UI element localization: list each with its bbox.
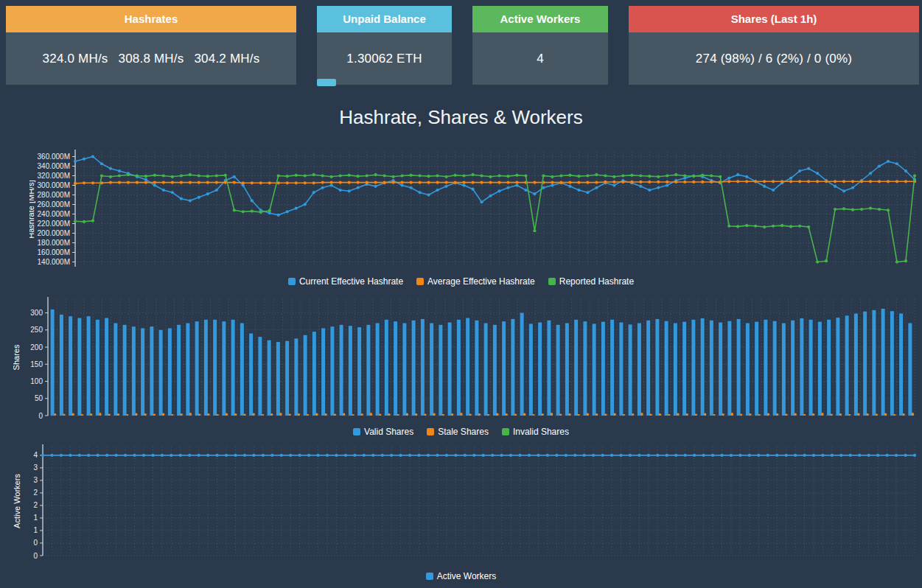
legend-label: Stale Shares <box>438 427 489 437</box>
legend-label: Current Effective Hashrate <box>299 276 403 287</box>
legend-item-stale-shares[interactable]: Stale Shares <box>427 427 489 437</box>
shares-value: 274 (98%) / 6 (2%) / 0 (0%) <box>696 52 852 66</box>
svg-text:0: 0 <box>33 552 38 560</box>
svg-text:Hashrate [MH/s]: Hashrate [MH/s] <box>29 180 35 238</box>
legend-swatch-icon <box>288 278 296 285</box>
workers-chart-legend: Active Workers <box>0 570 922 583</box>
svg-text:0: 0 <box>33 539 38 547</box>
unpaid-balance-card-body: 1.30062 ETH <box>317 32 452 85</box>
legend-label: Valid Shares <box>364 427 413 437</box>
svg-text:160.000M: 160.000M <box>38 248 70 256</box>
svg-text:240.000M: 240.000M <box>38 210 70 218</box>
svg-text:300: 300 <box>30 309 43 317</box>
svg-text:2: 2 <box>33 501 38 509</box>
legend-swatch-icon <box>353 428 360 435</box>
unpaid-balance-card-header: Unpaid Balance <box>317 6 452 32</box>
active-workers-card-header: Active Workers <box>472 6 608 32</box>
legend-item-average-effective-hashrate[interactable]: Average Effective Hashrate <box>416 276 535 287</box>
legend-label: Average Effective Hashrate <box>427 276 535 287</box>
active-workers-card-body: 4 <box>472 32 608 85</box>
hashrates-card-header: Hashrates <box>6 6 296 32</box>
svg-text:1: 1 <box>33 514 38 522</box>
hashrate-chart: 360.000M340.000M320.000M300.000M280.000M… <box>29 147 918 274</box>
legend-swatch-icon <box>502 428 509 435</box>
unpaid-balance-value: 1.30062 ETH <box>346 52 422 66</box>
svg-text:100: 100 <box>30 377 43 385</box>
shares-card-body: 274 (98%) / 6 (2%) / 0 (0%) <box>629 32 919 85</box>
mining-dashboard: Hashrates 324.0 MH/s 308.8 MH/s 304.2 MH… <box>0 0 922 588</box>
svg-text:140.000M: 140.000M <box>38 258 70 266</box>
svg-text:150: 150 <box>30 360 43 368</box>
active-workers-value: 4 <box>537 52 544 66</box>
hashrates-card: Hashrates 324.0 MH/s 308.8 MH/s 304.2 MH… <box>6 6 296 85</box>
svg-text:4: 4 <box>33 451 38 459</box>
payout-progress-fill <box>317 79 336 86</box>
workers-chart: 433221100Active Workers <box>13 441 918 566</box>
shares-chart: 300250200150100500Shares <box>13 293 918 426</box>
svg-text:300.000M: 300.000M <box>38 181 70 189</box>
svg-text:220.000M: 220.000M <box>38 220 70 228</box>
svg-text:200.000M: 200.000M <box>38 229 70 237</box>
legend-swatch-icon <box>548 278 556 285</box>
hashrate-chart-legend: Current Effective HashrateAverage Effect… <box>0 275 922 288</box>
shares-chart-legend: Valid SharesStale SharesInvalid Shares <box>0 425 922 438</box>
unpaid-balance-card: Unpaid Balance 1.30062 ETH <box>317 6 452 85</box>
legend-swatch-icon <box>427 428 434 435</box>
legend-label: Active Workers <box>437 571 496 581</box>
legend-swatch-icon <box>426 573 433 580</box>
legend-item-current-effective-hashrate[interactable]: Current Effective Hashrate <box>288 276 403 287</box>
hashrates-card-body: 324.0 MH/s 308.8 MH/s 304.2 MH/s <box>6 32 296 85</box>
shares-card-header: Shares (Last 1h) <box>629 6 919 32</box>
svg-text:Shares: Shares <box>13 344 21 370</box>
svg-text:250: 250 <box>30 326 43 334</box>
svg-text:1: 1 <box>33 526 38 534</box>
svg-text:2: 2 <box>33 489 38 497</box>
reported-hashrate-value: 308.8 MH/s <box>119 52 184 66</box>
svg-text:Active Workers: Active Workers <box>13 474 21 528</box>
average-hashrate-value: 304.2 MH/s <box>194 52 259 66</box>
chart-panel-title: Hashrate, Shares & Workers <box>0 106 922 129</box>
legend-item-active-workers[interactable]: Active Workers <box>426 571 496 581</box>
legend-swatch-icon <box>416 278 424 285</box>
legend-item-valid-shares[interactable]: Valid Shares <box>353 427 413 437</box>
svg-text:3: 3 <box>33 463 38 472</box>
current-hashrate-value: 324.0 MH/s <box>43 52 108 66</box>
svg-text:320.000M: 320.000M <box>38 172 70 180</box>
svg-text:260.000M: 260.000M <box>38 200 70 209</box>
legend-item-reported-hashrate[interactable]: Reported Hashrate <box>548 276 634 287</box>
active-workers-card: Active Workers 4 <box>472 6 608 85</box>
payout-progress-bar <box>317 79 452 86</box>
legend-label: Reported Hashrate <box>559 276 634 287</box>
svg-text:200: 200 <box>30 343 43 351</box>
svg-text:340.000M: 340.000M <box>38 162 70 170</box>
svg-text:0: 0 <box>38 412 43 420</box>
svg-text:180.000M: 180.000M <box>38 239 70 247</box>
svg-text:50: 50 <box>35 394 43 402</box>
legend-label: Invalid Shares <box>513 427 569 437</box>
svg-text:3: 3 <box>33 476 38 484</box>
svg-text:280.000M: 280.000M <box>38 191 70 199</box>
svg-text:360.000M: 360.000M <box>38 153 70 161</box>
legend-item-invalid-shares[interactable]: Invalid Shares <box>502 427 569 437</box>
shares-card: Shares (Last 1h) 274 (98%) / 6 (2%) / 0 … <box>629 6 919 85</box>
